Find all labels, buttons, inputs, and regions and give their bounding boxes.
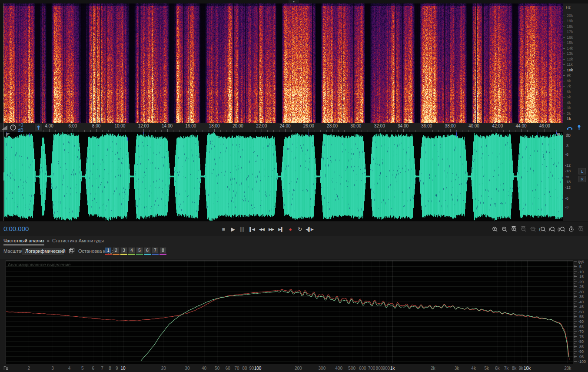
- zoom-toolbar: ()((: [490, 225, 585, 233]
- frame-hold-number: 1: [105, 247, 112, 253]
- freq-tick: [563, 119, 565, 119]
- freq-tick: [563, 48, 565, 49]
- fast-forward-button[interactable]: ▶▶: [267, 225, 276, 233]
- db-tick-label: 0: [578, 260, 580, 264]
- ruler-time-label: 24:00: [276, 124, 295, 128]
- zoom-in-point-button[interactable]: (: [538, 225, 547, 233]
- frame-hold-button-1[interactable]: 1: [105, 247, 112, 255]
- stop-button[interactable]: ■: [219, 225, 228, 233]
- ruler-time-label: 12:00: [134, 124, 153, 128]
- monitor-headphone-icon[interactable]: [566, 124, 573, 131]
- panel-menu-icon[interactable]: ≡: [47, 238, 50, 243]
- fade-envelope-icon[interactable]: [1, 124, 8, 131]
- panel-grip-icon[interactable]: ▾: [289, 0, 299, 3]
- ruler-time-label: 6:00: [63, 124, 82, 128]
- channel-left-button[interactable]: L: [578, 168, 586, 174]
- ruler-time-label: 30:00: [346, 124, 365, 128]
- selection-corner-handle[interactable]: [556, 133, 560, 137]
- freq-tick-label: 16k: [567, 35, 573, 40]
- zoom-in-selection-button[interactable]: [509, 225, 518, 233]
- frame-hold-button-6[interactable]: 6: [144, 247, 151, 255]
- scale-select[interactable]: Логарифмический ▾: [22, 247, 64, 255]
- skip-to-end-button[interactable]: ▶▌: [276, 225, 285, 233]
- zoom-out-time-button[interactable]: [500, 225, 509, 233]
- freq-axis-tick-label: 20k: [564, 366, 571, 371]
- freq-axis-tick-label: 60: [226, 366, 230, 371]
- freq-tick: [563, 32, 565, 32]
- analyzed-selection-label: Анализированное выделение: [8, 262, 71, 267]
- freq-axis-tick-label: 70: [234, 366, 239, 371]
- ruler-time-label: 44:00: [512, 124, 531, 128]
- freq-axis-tick-label: 300: [319, 366, 326, 371]
- freq-axis-tick-label: 5: [81, 366, 84, 371]
- zoom-to-selection-button[interactable]: ((: [557, 225, 566, 233]
- rewind-button[interactable]: ◀◀: [257, 225, 266, 233]
- skip-to-start-button[interactable]: ▌◀: [248, 225, 256, 233]
- freq-axis-tick-label: 9: [116, 366, 118, 371]
- freq-axis-tick-label: 1k: [390, 366, 395, 371]
- pause-button[interactable]: ▌▌: [238, 225, 247, 233]
- play-button[interactable]: ▶: [229, 225, 237, 233]
- db-amplitude-label: -3: [565, 205, 568, 209]
- tab-frequency-analysis-label: Частотный анализ: [3, 238, 44, 243]
- reset-zoom-button[interactable]: [567, 225, 576, 233]
- zoom-out-selection-button[interactable]: [519, 225, 528, 233]
- ruler-time-label: 22:00: [252, 124, 271, 128]
- freq-axis-tick-label: 50: [215, 366, 219, 371]
- zoom-out-point-button[interactable]: ): [548, 225, 557, 233]
- playhead[interactable]: [3, 3, 4, 221]
- frame-hold-color-strip: [113, 254, 120, 255]
- freq-tick-label: 5k: [567, 95, 571, 99]
- db-tick-label: -10: [578, 270, 584, 274]
- copy-graph-button[interactable]: [68, 247, 76, 254]
- timeline-ruler[interactable]: 4:006:008:0010:0012:0014:0016:0018:0020:…: [0, 123, 588, 132]
- freq-tick: [563, 114, 565, 114]
- frame-hold-button-2[interactable]: 2: [113, 247, 120, 255]
- zoom-amplitude-button[interactable]: [576, 225, 585, 233]
- frequency-analysis-chart: [6, 261, 573, 363]
- db-tick-label: -20: [578, 280, 584, 284]
- freq-axis-tick-label: 5k: [484, 366, 489, 371]
- selection-corner-handle[interactable]: [6, 133, 10, 137]
- marker-pin-icon[interactable]: [577, 124, 581, 131]
- frame-hold-button-5[interactable]: 5: [136, 247, 143, 255]
- frame-hold-number: 4: [128, 247, 135, 253]
- record-button[interactable]: ●: [286, 225, 295, 233]
- freq-axis-tick-label: 200: [295, 366, 302, 371]
- gain-value[interactable]: +0 dB: [18, 122, 30, 133]
- waveform-canvas[interactable]: [3, 132, 563, 221]
- timeline-tick: [214, 129, 215, 132]
- channel-right-button[interactable]: R: [578, 176, 586, 182]
- zoom-full-button[interactable]: [528, 225, 538, 233]
- pin-playhead-button[interactable]: [34, 124, 43, 131]
- tab-frequency-analysis[interactable]: Частотный анализ ≡: [3, 238, 50, 243]
- frame-hold-button-3[interactable]: 3: [120, 247, 127, 255]
- ruler-time-label: 26:00: [299, 124, 318, 128]
- ruler-time-label: 18:00: [205, 124, 224, 128]
- frame-hold-number: 7: [152, 247, 159, 253]
- db-tick-label: -60: [578, 319, 584, 324]
- ruler-time-label: 10:00: [110, 124, 130, 128]
- loop-playback-button[interactable]: ↻: [296, 225, 304, 233]
- freq-axis-unit-label: Гц: [3, 366, 8, 371]
- freq-tick-label: 18k: [567, 24, 573, 29]
- spectrogram-canvas[interactable]: [3, 3, 563, 123]
- frame-hold-button-4[interactable]: 4: [128, 247, 135, 255]
- freq-axis-tick-label: 7k: [504, 366, 509, 371]
- frame-hold-button-7[interactable]: 7: [152, 247, 159, 255]
- tab-amplitude-statistics[interactable]: Статистика Амплитуды: [52, 238, 104, 243]
- ruler-time-label: 16:00: [181, 124, 200, 128]
- timeline-tick: [545, 129, 545, 132]
- current-time-display[interactable]: 0:00.000: [3, 225, 29, 232]
- ruler-time-label: 36:00: [417, 124, 436, 128]
- frame-hold-button-8[interactable]: 8: [159, 247, 166, 255]
- zoom-in-time-button[interactable]: [490, 225, 499, 233]
- skip-selection-button[interactable]: ◀▌▶: [305, 225, 314, 233]
- gain-knob-icon[interactable]: [10, 124, 16, 131]
- chevron-down-icon: ▾: [60, 248, 62, 255]
- freq-axis-tick-label: 6k: [495, 366, 500, 371]
- frequency-analysis-panel: Анализированное выделение дБ Гц 0-5-10-1…: [0, 259, 588, 372]
- freq-tick-label: 12k: [567, 57, 573, 61]
- freq-tick: [563, 16, 565, 16]
- freq-tick: [563, 59, 565, 60]
